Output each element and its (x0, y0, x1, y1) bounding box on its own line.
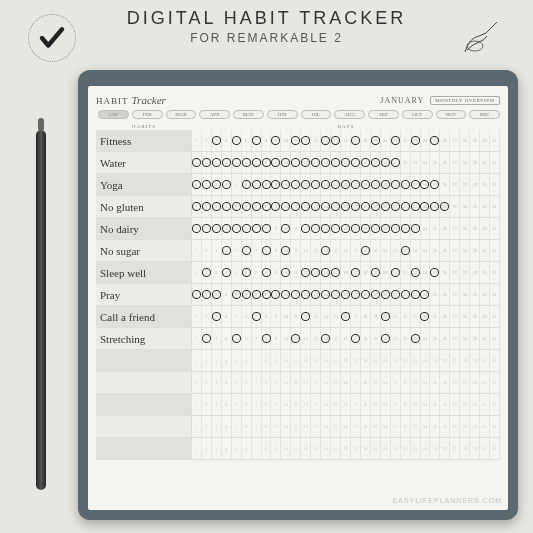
day-cell[interactable]: 26 (440, 306, 450, 327)
day-cell[interactable]: 3 (212, 284, 222, 305)
day-cell[interactable]: 12 (301, 196, 311, 217)
empty-habit-name[interactable] (96, 438, 192, 459)
day-cell[interactable]: 19 (371, 372, 381, 393)
day-cell[interactable]: 13 (311, 284, 321, 305)
day-cell[interactable]: 24 (421, 130, 431, 151)
day-cell[interactable]: 5 (232, 240, 242, 261)
day-cell[interactable]: 4 (222, 174, 232, 195)
day-cell[interactable]: 13 (311, 152, 321, 173)
day-cell[interactable]: 15 (331, 174, 341, 195)
day-cell[interactable]: 6 (242, 152, 252, 173)
day-cell[interactable]: 5 (232, 196, 242, 217)
day-cell[interactable]: 27 (450, 306, 460, 327)
day-cell[interactable]: 3 (212, 438, 222, 459)
day-cell[interactable]: 22 (401, 240, 411, 261)
day-cell[interactable]: 25 (430, 416, 440, 437)
day-cell[interactable]: 16 (341, 196, 351, 217)
day-cell[interactable]: 20 (381, 196, 391, 217)
day-cell[interactable]: 27 (450, 152, 460, 173)
day-cell[interactable]: 28 (460, 218, 470, 239)
day-cell[interactable]: 2 (202, 394, 212, 415)
day-cell[interactable]: 9 (271, 306, 281, 327)
day-cell[interactable]: 1 (192, 152, 202, 173)
day-cell[interactable]: 7 (252, 438, 262, 459)
empty-habit-name[interactable] (96, 350, 192, 371)
day-cell[interactable]: 10 (281, 394, 291, 415)
day-cell[interactable]: 1 (192, 262, 202, 283)
day-cell[interactable]: 30 (480, 394, 490, 415)
day-cell[interactable]: 31 (490, 130, 500, 151)
day-cell[interactable]: 11 (291, 218, 301, 239)
day-cell[interactable]: 8 (262, 218, 272, 239)
day-cell[interactable]: 11 (291, 438, 301, 459)
day-cell[interactable]: 30 (480, 174, 490, 195)
day-cell[interactable]: 30 (480, 438, 490, 459)
day-cell[interactable]: 18 (361, 438, 371, 459)
day-cell[interactable]: 25 (430, 372, 440, 393)
day-cell[interactable]: 14 (321, 438, 331, 459)
day-cell[interactable]: 18 (361, 350, 371, 371)
day-cell[interactable]: 9 (271, 284, 281, 305)
day-cell[interactable]: 18 (361, 262, 371, 283)
day-cell[interactable]: 31 (490, 262, 500, 283)
day-cell[interactable]: 5 (232, 306, 242, 327)
day-cell[interactable]: 1 (192, 196, 202, 217)
day-cell[interactable]: 24 (421, 394, 431, 415)
day-cell[interactable]: 7 (252, 262, 262, 283)
day-cell[interactable]: 23 (411, 350, 421, 371)
day-cell[interactable]: 5 (232, 262, 242, 283)
month-tab-jul[interactable]: JUL (301, 110, 332, 119)
day-cell[interactable]: 25 (430, 306, 440, 327)
day-cell[interactable]: 8 (262, 152, 272, 173)
day-cell[interactable]: 2 (202, 284, 212, 305)
day-cell[interactable]: 12 (301, 438, 311, 459)
day-cell[interactable]: 29 (470, 372, 480, 393)
day-cell[interactable]: 27 (450, 262, 460, 283)
day-cell[interactable]: 21 (391, 306, 401, 327)
day-cell[interactable]: 10 (281, 284, 291, 305)
month-tab-feb[interactable]: FEB (132, 110, 163, 119)
day-cell[interactable]: 8 (262, 174, 272, 195)
day-cell[interactable]: 31 (490, 240, 500, 261)
day-cell[interactable]: 30 (480, 130, 490, 151)
day-cell[interactable]: 5 (232, 284, 242, 305)
day-cell[interactable]: 18 (361, 306, 371, 327)
day-cell[interactable]: 3 (212, 416, 222, 437)
day-cell[interactable]: 13 (311, 196, 321, 217)
day-cell[interactable]: 1 (192, 394, 202, 415)
day-cell[interactable]: 24 (421, 306, 431, 327)
day-cell[interactable]: 3 (212, 130, 222, 151)
day-cell[interactable]: 15 (331, 196, 341, 217)
day-cell[interactable]: 27 (450, 394, 460, 415)
day-cell[interactable]: 24 (421, 218, 431, 239)
day-cell[interactable]: 28 (460, 262, 470, 283)
day-cell[interactable]: 3 (212, 152, 222, 173)
day-cell[interactable]: 20 (381, 152, 391, 173)
day-cell[interactable]: 5 (232, 174, 242, 195)
day-cell[interactable]: 17 (351, 416, 361, 437)
day-cell[interactable]: 17 (351, 284, 361, 305)
day-cell[interactable]: 3 (212, 262, 222, 283)
day-cell[interactable]: 31 (490, 438, 500, 459)
day-cell[interactable]: 16 (341, 284, 351, 305)
day-cell[interactable]: 28 (460, 284, 470, 305)
day-cell[interactable]: 19 (371, 284, 381, 305)
day-cell[interactable]: 6 (242, 372, 252, 393)
day-cell[interactable]: 6 (242, 262, 252, 283)
day-cell[interactable]: 29 (470, 306, 480, 327)
month-tab-may[interactable]: MAY (233, 110, 264, 119)
day-cell[interactable]: 17 (351, 372, 361, 393)
day-cell[interactable]: 29 (470, 240, 480, 261)
day-cell[interactable]: 26 (440, 152, 450, 173)
day-cell[interactable]: 2 (202, 372, 212, 393)
day-cell[interactable]: 14 (321, 328, 331, 349)
day-cell[interactable]: 10 (281, 372, 291, 393)
day-cell[interactable]: 20 (381, 416, 391, 437)
day-cell[interactable]: 6 (242, 394, 252, 415)
day-cell[interactable]: 1 (192, 130, 202, 151)
day-cell[interactable]: 24 (421, 372, 431, 393)
day-cell[interactable]: 6 (242, 438, 252, 459)
day-cell[interactable]: 4 (222, 130, 232, 151)
day-cell[interactable]: 4 (222, 284, 232, 305)
day-cell[interactable]: 6 (242, 284, 252, 305)
